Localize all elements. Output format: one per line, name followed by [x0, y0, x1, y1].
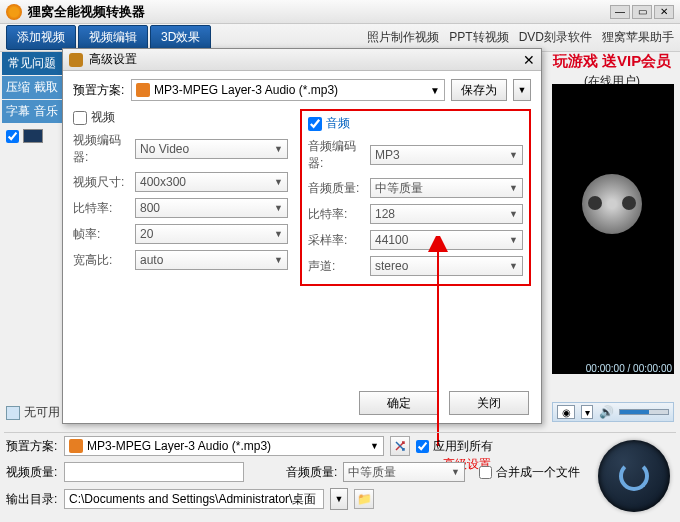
chevron-down-icon: ▼ — [509, 261, 518, 271]
dialog-icon — [69, 53, 83, 67]
video-bitrate-label: 比特率: — [73, 200, 131, 217]
chevron-down-icon: ▼ — [451, 467, 460, 477]
sidebar-tab-subtitle[interactable]: 字幕 音乐 — [2, 100, 62, 123]
audio-bitrate-label: 比特率: — [308, 206, 366, 223]
add-video-button[interactable]: 添加视频 — [6, 25, 76, 50]
settings-icon — [394, 440, 406, 452]
audio-codec-select[interactable]: MP3▼ — [370, 145, 523, 165]
audio-quality-select[interactable]: 中等质量▼ — [370, 178, 523, 198]
audio-channel-select[interactable]: stereo▼ — [370, 256, 523, 276]
titlebar: 狸窝全能视频转换器 — ▭ ✕ — [0, 0, 680, 24]
close-button[interactable]: 关闭 — [449, 391, 529, 415]
video-aspect-select[interactable]: auto▼ — [135, 250, 288, 270]
preset-combobox[interactable]: MP3-MPEG Layer-3 Audio (*.mp3) ▼ — [131, 79, 445, 101]
video-framerate-select[interactable]: 20▼ — [135, 224, 288, 244]
outdir-dropdown[interactable]: ▼ — [330, 488, 348, 510]
chevron-down-icon: ▼ — [509, 209, 518, 219]
left-sidebar: 常见问题 压缩 截取 字幕 音乐 — [2, 52, 62, 143]
minimize-button[interactable]: — — [610, 5, 630, 19]
maximize-button[interactable]: ▭ — [632, 5, 652, 19]
save-as-dropdown-button[interactable]: ▼ — [513, 79, 531, 101]
video-bitrate-select[interactable]: 800▼ — [135, 198, 288, 218]
btm-preset-combobox[interactable]: MP3-MPEG Layer-3 Audio (*.mp3) ▼ — [64, 436, 384, 456]
app-logo-icon — [6, 4, 22, 20]
merge-checkbox[interactable] — [479, 466, 492, 479]
video-group: 视频 视频编码器:No Video▼ 视频尺寸:400x300▼ 比特率:800… — [73, 109, 288, 286]
audio-samplerate-select[interactable]: 44100▼ — [370, 230, 523, 250]
link-apple-helper[interactable]: 狸窝苹果助手 — [602, 29, 674, 46]
film-reel-icon — [572, 172, 654, 254]
list-item[interactable] — [2, 129, 62, 143]
chevron-down-icon: ▼ — [274, 229, 283, 239]
link-ppt-video[interactable]: PPT转视频 — [449, 29, 508, 46]
audio-samplerate-label: 采样率: — [308, 232, 366, 249]
chevron-down-icon: ▼ — [370, 441, 379, 451]
apply-all-row[interactable]: 应用到所有 — [416, 438, 493, 455]
bottom-panel: 预置方案: MP3-MPEG Layer-3 Audio (*.mp3) ▼ 应… — [6, 436, 580, 516]
separator — [4, 432, 676, 433]
open-folder-button[interactable]: 📁 — [354, 489, 374, 509]
apply-all-label: 应用到所有 — [433, 438, 493, 455]
btm-aquality-label: 音频质量: — [286, 464, 337, 481]
video-framerate-label: 帧率: — [73, 226, 131, 243]
dialog-title: 高级设置 — [89, 51, 137, 68]
audio-group-title: 音频 — [326, 115, 350, 132]
video-preview: 00:00:00 / 00:00:00 — [552, 84, 674, 374]
btm-preset-label: 预置方案: — [6, 438, 58, 455]
dialog-body: 预置方案: MP3-MPEG Layer-3 Audio (*.mp3) ▼ 保… — [63, 71, 541, 294]
link-photo-video[interactable]: 照片制作视频 — [367, 29, 439, 46]
merge-label: 合并成一个文件 — [496, 464, 580, 481]
dialog-footer: 确定 关闭 — [359, 391, 529, 415]
audio-group-header: 音频 — [308, 115, 523, 132]
link-dvd-burn[interactable]: DVD刻录软件 — [519, 29, 592, 46]
promo-line1: 玩游戏 送VIP会员 — [552, 52, 672, 71]
format-icon — [136, 83, 150, 97]
format-icon — [69, 439, 83, 453]
sidebar-tab-compress[interactable]: 压缩 截取 — [2, 76, 62, 99]
ok-button[interactable]: 确定 — [359, 391, 439, 415]
merge-row[interactable]: 合并成一个文件 — [479, 464, 580, 481]
video-size-select[interactable]: 400x300▼ — [135, 172, 288, 192]
snapshot-dropdown[interactable]: ▾ — [581, 405, 593, 419]
volume-icon[interactable]: 🔊 — [599, 405, 613, 419]
video-codec-label: 视频编码器: — [73, 132, 131, 166]
convert-icon — [619, 461, 649, 491]
chevron-down-icon: ▼ — [274, 177, 283, 187]
preset-row: 预置方案: MP3-MPEG Layer-3 Audio (*.mp3) ▼ 保… — [73, 79, 531, 101]
select-all-checkbox[interactable] — [6, 130, 19, 143]
video-edit-button[interactable]: 视频编辑 — [78, 25, 148, 50]
snapshot-button[interactable]: ◉ — [557, 405, 575, 419]
btm-aquality-select[interactable]: 中等质量▼ — [343, 462, 465, 482]
outdir-label: 输出目录: — [6, 491, 58, 508]
audio-enable-checkbox[interactable] — [308, 117, 322, 131]
app-title: 狸窝全能视频转换器 — [28, 3, 145, 21]
audio-codec-label: 音频编码器: — [308, 138, 366, 172]
close-button[interactable]: ✕ — [654, 5, 674, 19]
sidebar-tab-faq[interactable]: 常见问题 — [2, 52, 62, 75]
no-preview-label: 无可用 — [6, 404, 60, 421]
apply-all-checkbox[interactable] — [416, 440, 429, 453]
video-group-title: 视频 — [91, 109, 115, 126]
chevron-down-icon: ▼ — [509, 150, 518, 160]
file-thumbnail-icon — [23, 129, 43, 143]
timecode: 00:00:00 / 00:00:00 — [586, 363, 672, 374]
chevron-down-icon: ▼ — [509, 235, 518, 245]
advanced-settings-dialog: 高级设置 ✕ 预置方案: MP3-MPEG Layer-3 Audio (*.m… — [62, 48, 542, 424]
video-enable-checkbox[interactable] — [73, 111, 87, 125]
advanced-settings-button[interactable] — [390, 436, 410, 456]
preset-value: MP3-MPEG Layer-3 Audio (*.mp3) — [154, 83, 338, 97]
outdir-input[interactable]: C:\Documents and Settings\Administrator\… — [64, 489, 324, 509]
audio-bitrate-select[interactable]: 128▼ — [370, 204, 523, 224]
video-size-label: 视频尺寸: — [73, 174, 131, 191]
chevron-down-icon: ▼ — [274, 255, 283, 265]
dialog-close-button[interactable]: ✕ — [523, 52, 535, 68]
volume-slider[interactable] — [619, 409, 669, 415]
video-aspect-label: 宽高比: — [73, 252, 131, 269]
btm-vquality-input[interactable] — [64, 462, 244, 482]
chevron-down-icon: ▼ — [274, 203, 283, 213]
toolbar-links: 照片制作视频 PPT转视频 DVD刻录软件 狸窝苹果助手 — [367, 29, 674, 46]
save-as-button[interactable]: 保存为 — [451, 79, 507, 101]
3d-effect-button[interactable]: 3D效果 — [150, 25, 211, 50]
convert-button[interactable] — [598, 440, 670, 512]
video-codec-select[interactable]: No Video▼ — [135, 139, 288, 159]
